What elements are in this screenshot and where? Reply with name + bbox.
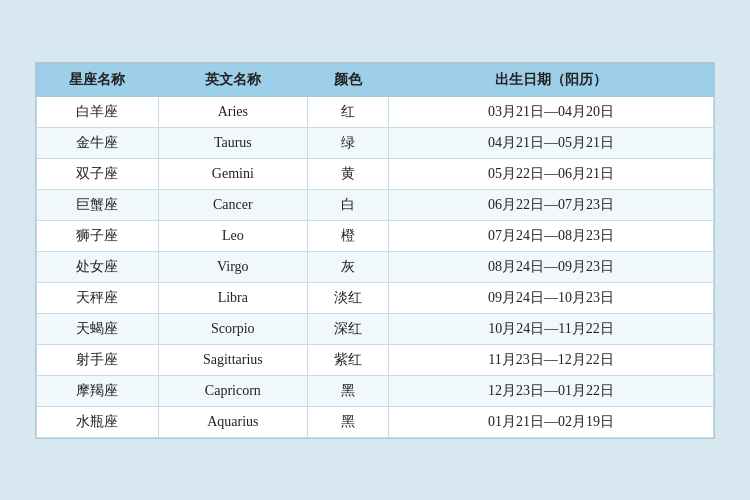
cell-date: 05月22日—06月21日 <box>389 158 714 189</box>
header-english: 英文名称 <box>158 63 307 96</box>
cell-date: 01月21日—02月19日 <box>389 406 714 437</box>
table-row: 巨蟹座Cancer白06月22日—07月23日 <box>37 189 714 220</box>
cell-chinese: 白羊座 <box>37 96 159 127</box>
table-row: 白羊座Aries红03月21日—04月20日 <box>37 96 714 127</box>
cell-date: 09月24日—10月23日 <box>389 282 714 313</box>
cell-chinese: 处女座 <box>37 251 159 282</box>
table-row: 摩羯座Capricorn黑12月23日—01月22日 <box>37 375 714 406</box>
cell-chinese: 天蝎座 <box>37 313 159 344</box>
table-row: 狮子座Leo橙07月24日—08月23日 <box>37 220 714 251</box>
cell-english: Aquarius <box>158 406 307 437</box>
table-header-row: 星座名称 英文名称 颜色 出生日期（阳历） <box>37 63 714 96</box>
cell-chinese: 天秤座 <box>37 282 159 313</box>
cell-chinese: 狮子座 <box>37 220 159 251</box>
cell-color: 橙 <box>307 220 388 251</box>
cell-color: 红 <box>307 96 388 127</box>
header-chinese: 星座名称 <box>37 63 159 96</box>
table-row: 金牛座Taurus绿04月21日—05月21日 <box>37 127 714 158</box>
cell-color: 黄 <box>307 158 388 189</box>
cell-english: Cancer <box>158 189 307 220</box>
cell-chinese: 巨蟹座 <box>37 189 159 220</box>
cell-color: 黑 <box>307 375 388 406</box>
cell-english: Virgo <box>158 251 307 282</box>
cell-color: 紫红 <box>307 344 388 375</box>
cell-color: 灰 <box>307 251 388 282</box>
cell-english: Capricorn <box>158 375 307 406</box>
cell-date: 03月21日—04月20日 <box>389 96 714 127</box>
cell-color: 黑 <box>307 406 388 437</box>
cell-english: Aries <box>158 96 307 127</box>
cell-english: Leo <box>158 220 307 251</box>
zodiac-table: 星座名称 英文名称 颜色 出生日期（阳历） 白羊座Aries红03月21日—04… <box>36 63 714 438</box>
zodiac-table-container: 星座名称 英文名称 颜色 出生日期（阳历） 白羊座Aries红03月21日—04… <box>35 62 715 439</box>
header-date: 出生日期（阳历） <box>389 63 714 96</box>
table-row: 射手座Sagittarius紫红11月23日—12月22日 <box>37 344 714 375</box>
cell-chinese: 摩羯座 <box>37 375 159 406</box>
cell-color: 绿 <box>307 127 388 158</box>
cell-date: 04月21日—05月21日 <box>389 127 714 158</box>
cell-chinese: 射手座 <box>37 344 159 375</box>
cell-date: 06月22日—07月23日 <box>389 189 714 220</box>
table-row: 处女座Virgo灰08月24日—09月23日 <box>37 251 714 282</box>
cell-date: 08月24日—09月23日 <box>389 251 714 282</box>
cell-chinese: 水瓶座 <box>37 406 159 437</box>
table-row: 天蝎座Scorpio深红10月24日—11月22日 <box>37 313 714 344</box>
cell-chinese: 双子座 <box>37 158 159 189</box>
cell-english: Taurus <box>158 127 307 158</box>
table-row: 水瓶座Aquarius黑01月21日—02月19日 <box>37 406 714 437</box>
cell-date: 12月23日—01月22日 <box>389 375 714 406</box>
table-row: 双子座Gemini黄05月22日—06月21日 <box>37 158 714 189</box>
cell-english: Scorpio <box>158 313 307 344</box>
header-color: 颜色 <box>307 63 388 96</box>
cell-chinese: 金牛座 <box>37 127 159 158</box>
cell-date: 10月24日—11月22日 <box>389 313 714 344</box>
cell-date: 07月24日—08月23日 <box>389 220 714 251</box>
table-body: 白羊座Aries红03月21日—04月20日金牛座Taurus绿04月21日—0… <box>37 96 714 437</box>
table-row: 天秤座Libra淡红09月24日—10月23日 <box>37 282 714 313</box>
cell-date: 11月23日—12月22日 <box>389 344 714 375</box>
cell-color: 淡红 <box>307 282 388 313</box>
cell-color: 白 <box>307 189 388 220</box>
cell-color: 深红 <box>307 313 388 344</box>
cell-english: Sagittarius <box>158 344 307 375</box>
cell-english: Gemini <box>158 158 307 189</box>
cell-english: Libra <box>158 282 307 313</box>
